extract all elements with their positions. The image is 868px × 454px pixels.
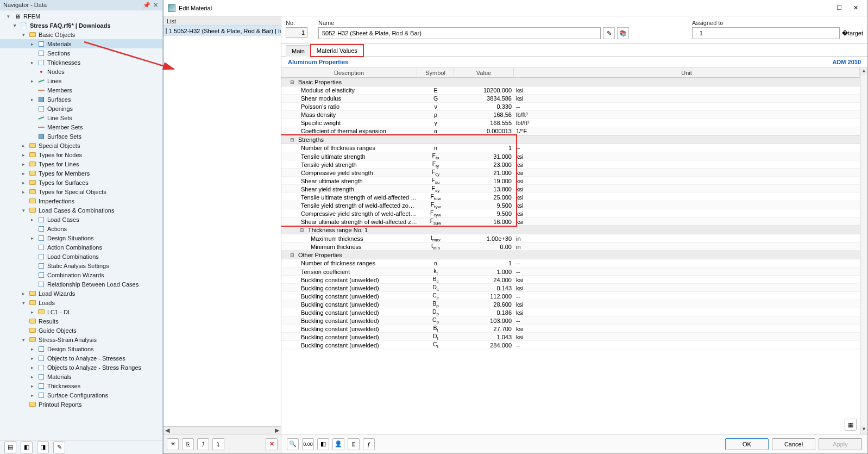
tree-item[interactable]: ▸Materials	[0, 39, 162, 48]
no-field[interactable]: 1	[286, 27, 307, 38]
ok-button[interactable]: OK	[725, 438, 769, 450]
toolbar-btn-3[interactable]: ⤴	[197, 438, 209, 450]
tree-item[interactable]: ▾Basic Objects	[0, 30, 162, 39]
tree-item[interactable]: Sections	[0, 48, 162, 58]
tree-item[interactable]: Printout Reports	[0, 400, 162, 409]
footer-icon-4[interactable]: 👤	[332, 438, 344, 450]
tree-item[interactable]: Surface Sets	[0, 132, 162, 141]
tree-item[interactable]: ▸Types for Nodes	[0, 150, 162, 159]
tree-item[interactable]: Member Sets	[0, 122, 162, 132]
tree-item[interactable]: Combination Wizards	[0, 270, 162, 279]
copy-item-button[interactable]: ⎘	[182, 438, 194, 450]
data-row[interactable]: Buckling constant (unwelded)Ct284.000--	[281, 341, 860, 349]
data-row[interactable]: Buckling constant (unwelded)Cc112.000--	[281, 292, 860, 300]
data-row[interactable]: Buckling constant (unwelded)Bt27.700ksi	[281, 325, 860, 333]
data-row[interactable]: Buckling constant (unwelded)Dp0.186ksi	[281, 308, 860, 316]
nav-view-display-icon[interactable]: ◧	[21, 441, 33, 453]
close-icon[interactable]: ✕	[152, 1, 159, 9]
data-row[interactable]: Modulus of elasticityE10200.000ksi	[281, 86, 860, 95]
footer-icon-3[interactable]: ◧	[317, 438, 329, 450]
pin-icon[interactable]: 📌	[143, 1, 150, 9]
tree-item[interactable]: ▾Stress-Strain Analysis	[0, 335, 162, 344]
data-row[interactable]: Tensile yield strengthFty23.000ksi	[281, 160, 860, 169]
data-row[interactable]: Specific weightγ168.555lbf/ft³	[281, 119, 860, 127]
tree-item[interactable]: ▸Surface Configurations	[0, 390, 162, 400]
tree-item[interactable]: Openings	[0, 104, 162, 113]
data-row[interactable]: Buckling constant (unwelded)Bp28.600ksi	[281, 300, 860, 308]
data-row[interactable]: Mass densityρ168.56lb/ft³	[281, 111, 860, 119]
tree-item[interactable]: ▸Load Wizards	[0, 289, 162, 298]
nav-view-views-icon[interactable]: ◨	[37, 441, 49, 453]
data-row[interactable]: Tensile yield strength of weld-affected …	[281, 201, 860, 209]
list-item[interactable]: 1 5052-H32 (Sheet & Plate, Rod & Bar) | …	[163, 26, 281, 36]
tree-item[interactable]: ▾Load Cases & Combinations	[0, 206, 162, 215]
tree-item[interactable]: ▸Types for Special Objects	[0, 187, 162, 196]
data-row[interactable]: Shear yield strengthFsy13.800ksi	[281, 185, 860, 193]
footer-icon-5[interactable]: 🗓	[348, 438, 360, 450]
tree-item[interactable]: ▸Lines	[0, 76, 162, 85]
data-row[interactable]: Coefficient of thermal expansionα0.00001…	[281, 127, 860, 135]
window-close-button[interactable]: ✕	[848, 3, 863, 14]
help-icon[interactable]: 🔍	[287, 438, 299, 450]
tree-item[interactable]: Load Combinations	[0, 252, 162, 261]
data-row[interactable]: Shear modulusG3834.586ksi	[281, 95, 860, 103]
select-assigned-icon[interactable]: �target	[842, 30, 863, 37]
nav-view-results-icon[interactable]: ✎	[53, 441, 65, 453]
apply-button[interactable]: Apply	[819, 438, 862, 450]
units-icon[interactable]: 0.00	[302, 438, 314, 450]
tree-item[interactable]: ▸Materials	[0, 372, 162, 381]
grid-corner-button[interactable]: ▦	[845, 419, 857, 431]
tree-item[interactable]: Nodes	[0, 67, 162, 76]
data-row[interactable]: Shear ultimate strengthFsu19.000ksi	[281, 177, 860, 185]
assigned-field[interactable]	[692, 27, 840, 39]
tree-item[interactable]: ▸Load Cases	[0, 215, 162, 224]
tree-item[interactable]: ▸Design Situations	[0, 233, 162, 242]
edit-name-icon[interactable]: ✎	[603, 27, 615, 39]
data-row[interactable]: Maximum thicknesstmax1.00e+30in	[281, 234, 860, 242]
tree-item[interactable]: Actions	[0, 224, 162, 233]
library-icon[interactable]: 📚	[617, 27, 629, 39]
tree-item[interactable]: ▸Special Objects	[0, 141, 162, 150]
tab-main[interactable]: Main	[286, 45, 311, 57]
tree-item[interactable]: ▸Surfaces	[0, 95, 162, 104]
data-row[interactable]: Compressive yield strength of weld-affec…	[281, 209, 860, 217]
data-row[interactable]: Minimum thicknesstmin0.00in	[281, 242, 860, 251]
data-row[interactable]: Number of thickness rangesn1--	[281, 259, 860, 268]
tree-item[interactable]: ▾Loads	[0, 298, 162, 307]
grid-vscroll[interactable]: ▲▼	[860, 68, 867, 434]
tree-item[interactable]: Relationship Between Load Cases	[0, 279, 162, 289]
grid-options-icon[interactable]: ▦	[845, 419, 857, 431]
tree-item[interactable]: ▸Types for Members	[0, 169, 162, 178]
tree-item[interactable]: Results	[0, 316, 162, 326]
data-row[interactable]: Buckling constant (unwelded)Dt1.043ksi	[281, 333, 860, 341]
data-row[interactable]: Compressive yield strengthFcy21.000ksi	[281, 169, 860, 177]
data-row[interactable]: Tension coefficientkt1.000--	[281, 268, 860, 276]
group-row[interactable]: ⊟Basic Properties	[281, 78, 860, 86]
tree-item[interactable]: Action Combinations	[0, 242, 162, 252]
tree-item[interactable]: Static Analysis Settings	[0, 261, 162, 270]
data-row[interactable]: Tensile ultimate strength of weld-affect…	[281, 193, 860, 201]
tree-item[interactable]: ▸Objects to Analyze - Stresses	[0, 353, 162, 363]
cancel-button[interactable]: Cancel	[772, 438, 815, 450]
data-row[interactable]: Buckling constant (unwelded)Dc0.143ksi	[281, 284, 860, 292]
tree-item[interactable]: ▸Thicknesses	[0, 381, 162, 390]
delete-item-button[interactable]: ✕	[266, 438, 278, 450]
tree-item[interactable]: ▸Thicknesses	[0, 58, 162, 67]
tree-item[interactable]: Imperfections	[0, 196, 162, 206]
tree-item[interactable]: ▸Types for Surfaces	[0, 178, 162, 187]
data-row[interactable]: Number of thickness rangesn1--	[281, 144, 860, 152]
nav-view-data-icon[interactable]: ▤	[4, 441, 16, 453]
data-row[interactable]: Buckling constant (unwelded)Cp103.000--	[281, 316, 860, 325]
data-row[interactable]: Buckling constant (unwelded)Bc24.000ksi	[281, 276, 860, 284]
list-hscroll[interactable]: ◀▶	[163, 426, 281, 434]
data-row[interactable]: Poisson's ratioν0.330--	[281, 103, 860, 111]
navigator-tree[interactable]: ▾🖥RFEM▾📄Stress FAQ.rf6* | Downloads▾Basi…	[0, 10, 162, 440]
properties-grid[interactable]: Description Symbol Value Unit ⊟Basic Pro…	[281, 68, 860, 434]
tree-item[interactable]: Members	[0, 85, 162, 95]
toolbar-btn-4[interactable]: ⤵	[212, 438, 224, 450]
name-field[interactable]	[318, 27, 601, 39]
tree-item[interactable]: ▸Types for Lines	[0, 159, 162, 169]
group-row[interactable]: ⊟Other Properties	[281, 251, 860, 259]
window-maximize-button[interactable]: ☐	[832, 3, 847, 14]
tree-item[interactable]: ▸Design Situations	[0, 344, 162, 353]
